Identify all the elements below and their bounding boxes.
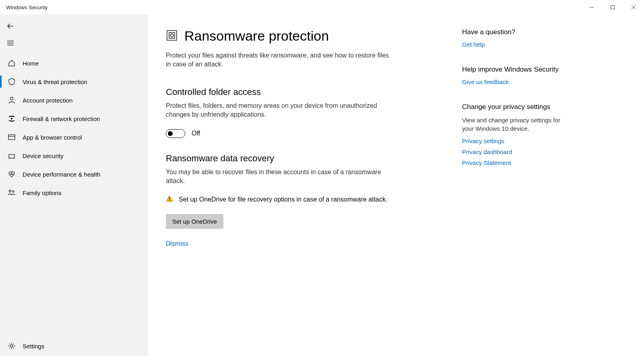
svg-point-17: [10, 345, 13, 347]
sidebar-item-home[interactable]: Home: [0, 54, 148, 72]
family-icon: [6, 189, 17, 197]
page-lead: Protect your files against threats like …: [166, 51, 395, 69]
sidebar-item-label: Device security: [23, 152, 64, 159]
sidebar-item-firewall[interactable]: Firewall & network protection: [0, 109, 148, 128]
sidebar-item-label: Account protection: [23, 97, 72, 104]
setup-onedrive-button[interactable]: Set up OneDrive: [166, 214, 223, 229]
sidebar-item-label: Home: [23, 60, 39, 67]
warning-icon: [166, 195, 173, 204]
sidebar-item-settings[interactable]: Settings: [0, 336, 148, 356]
svg-point-15: [9, 190, 11, 192]
feedback-link[interactable]: Give us feedback: [462, 78, 626, 85]
sidebar-item-label: Device performance & health: [23, 171, 100, 178]
rail-privacy-title: Change your privacy settings: [462, 103, 626, 111]
recovery-title: Ransomware data recovery: [166, 153, 440, 164]
sidebar-item-account[interactable]: Account protection: [0, 91, 148, 109]
chip-icon: [6, 152, 17, 160]
page-title: Ransomware protection: [184, 28, 329, 44]
sidebar-item-label: Settings: [23, 343, 44, 350]
sidebar-item-label: Family options: [23, 189, 62, 196]
maximize-button[interactable]: [602, 0, 623, 14]
window-title: Windows Security: [6, 4, 47, 10]
cfa-title: Controlled folder access: [166, 87, 440, 97]
svg-rect-19: [169, 33, 175, 38]
rail-privacy-text: View and change privacy settings for you…: [462, 116, 567, 133]
close-button[interactable]: [623, 0, 644, 14]
cfa-desc: Protect files, folders, and memory areas…: [166, 101, 399, 119]
svg-point-23: [169, 200, 170, 201]
sidebar-item-family[interactable]: Family options: [0, 183, 148, 202]
sidebar: Home Virus & threat protection Account p…: [0, 14, 148, 356]
sidebar-item-label: Firewall & network protection: [23, 115, 100, 122]
person-icon: [6, 96, 17, 104]
shield-icon: [6, 78, 17, 86]
window-controls: [581, 0, 644, 14]
window-icon: [6, 133, 17, 141]
ransomware-icon: [166, 29, 178, 43]
sidebar-item-performance[interactable]: Device performance & health: [0, 165, 148, 183]
privacy-settings-link[interactable]: Privacy settings: [462, 138, 626, 144]
gear-icon: [6, 342, 17, 350]
svg-point-8: [10, 97, 13, 100]
page-header: Ransomware protection: [166, 28, 440, 44]
sidebar-item-device-security[interactable]: Device security: [0, 146, 148, 165]
privacy-dashboard-link[interactable]: Privacy dashboard: [462, 148, 626, 155]
dismiss-link[interactable]: Dismiss: [166, 240, 188, 247]
sidebar-item-label: App & browser control: [23, 134, 82, 141]
svg-point-20: [170, 34, 173, 37]
right-rail: Have a question? Get help Help improve W…: [440, 28, 626, 356]
svg-point-9: [11, 118, 12, 119]
heart-icon: [6, 170, 17, 178]
back-button[interactable]: [1, 18, 20, 35]
sidebar-item-app-browser[interactable]: App & browser control: [0, 128, 148, 146]
sidebar-item-virus-threat[interactable]: Virus & threat protection: [0, 72, 148, 91]
privacy-statement-link[interactable]: Privacy Statement: [462, 159, 626, 166]
get-help-link[interactable]: Get help: [462, 41, 626, 48]
svg-point-16: [12, 191, 14, 192]
network-icon: [6, 115, 17, 123]
svg-rect-18: [167, 31, 177, 40]
svg-rect-12: [9, 154, 14, 158]
recovery-desc: You may be able to recover files in thes…: [166, 168, 399, 186]
rail-improve-title: Help improve Windows Security: [462, 66, 626, 74]
rail-question-title: Have a question?: [462, 28, 626, 36]
cfa-toggle-state: Off: [192, 130, 200, 137]
sidebar-item-label: Virus & threat protection: [23, 78, 87, 85]
hamburger-button[interactable]: [1, 35, 20, 51]
onedrive-alert-text: Set up OneDrive for file recovery option…: [179, 195, 387, 204]
nav-list: Home Virus & threat protection Account p…: [0, 54, 148, 336]
svg-rect-10: [8, 135, 15, 140]
svg-rect-1: [611, 6, 615, 9]
main-content: Ransomware protection Protect your files…: [148, 14, 644, 356]
minimize-button[interactable]: [581, 0, 602, 14]
onedrive-alert: Set up OneDrive for file recovery option…: [166, 195, 391, 204]
home-icon: [6, 59, 17, 67]
title-bar: Windows Security: [0, 0, 644, 14]
cfa-toggle[interactable]: [166, 129, 185, 138]
